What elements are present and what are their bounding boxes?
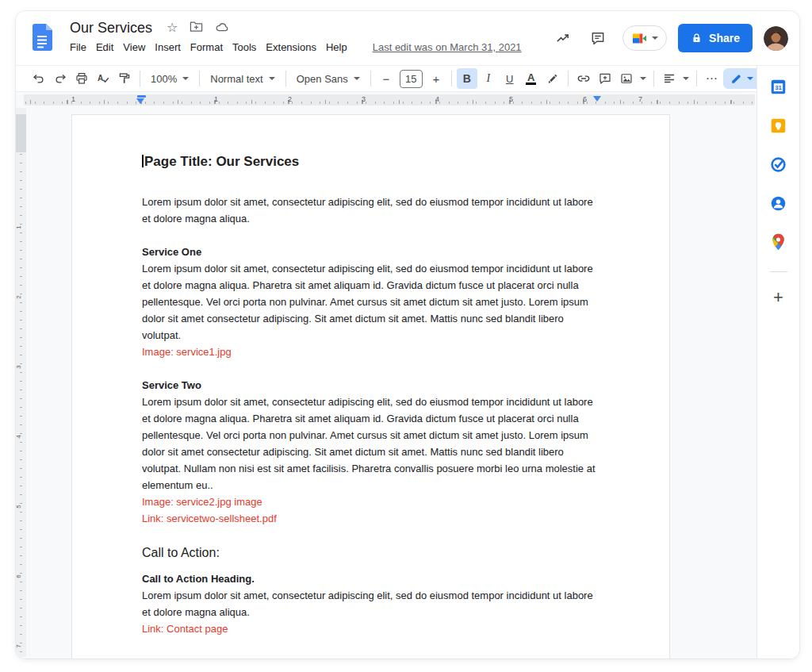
pencil-icon [730,73,742,85]
vertical-ruler: 1234567 [16,108,26,657]
document-page[interactable]: Page Title: Our ServicesLorem ipsum dolo… [71,114,670,659]
doc-paragraph-body: Lorem ipsum dolor sit amet, consectetur … [142,394,599,493]
comment-history-icon[interactable] [588,28,608,48]
redo-button[interactable] [50,68,71,89]
italic-button[interactable]: I [478,68,499,89]
print-button[interactable] [71,68,92,89]
undo-button[interactable] [29,68,49,89]
document-canvas: 11234567 1234567 Page Title: Our Service… [16,92,756,659]
main-column: A 100% Normal text Open Sans [16,66,756,659]
menu-item-file[interactable]: File [65,41,91,53]
h-ruler-number: 6 [583,95,587,103]
document-activity-icon[interactable] [553,28,573,48]
toolbar-separator [696,71,697,86]
doc-paragraph-h3: Service One [142,244,599,260]
mode-caret [747,77,753,80]
paint-format-button[interactable] [114,68,135,89]
google-docs-logo-icon[interactable] [32,24,52,54]
body-row: A 100% Normal text Open Sans [16,66,799,659]
highlight-color-button[interactable] [542,68,563,89]
text-color-glyph: A [527,73,534,82]
svg-text:A: A [98,74,104,83]
insert-image-button[interactable] [616,68,637,89]
get-addons-button[interactable]: + [768,286,790,309]
menu-item-help[interactable]: Help [321,41,352,53]
spelling-check-button[interactable]: A [93,68,113,89]
text-color-button[interactable]: A [521,68,542,89]
svg-text:31: 31 [775,84,782,91]
horizontal-ruler: 11234567 [24,94,755,106]
document-title[interactable]: Our Services [70,20,152,36]
share-button[interactable]: Share [678,24,753,52]
h-ruler-number: 1 [71,95,75,103]
document-status-cloud-icon[interactable] [215,21,230,36]
plus-icon: + [773,289,783,306]
increase-font-size-button[interactable]: + [426,68,446,89]
doc-paragraph-body: Lorem ipsum dolor sit amet, consectetur … [142,587,599,620]
title-icons: ☆ [167,21,230,36]
add-comment-button[interactable] [595,68,615,89]
tasks-icon[interactable] [768,153,790,175]
menu-item-edit[interactable]: Edit [91,41,118,53]
zoom-value: 100% [151,73,177,85]
v-ruler-number: 7 [16,644,22,647]
underline-glyph: U [506,73,513,85]
paragraph-style-dropdown[interactable]: Normal text [205,68,280,89]
doc-paragraph-red: Link: Contact page [142,620,599,637]
decrease-font-size-button[interactable]: − [376,68,396,89]
v-ruler-number: 4 [16,435,22,438]
menu-item-tools[interactable]: Tools [228,41,261,53]
h-ruler-number: 7 [638,95,642,103]
more-options-button[interactable]: ⋯ [702,68,722,89]
toolbar: A 100% Normal text Open Sans [16,66,756,92]
toolbar-separator [140,71,140,86]
left-indent-marker[interactable] [136,98,144,104]
more-dots-glyph: ⋯ [706,71,718,86]
h-ruler-number: 4 [435,95,439,103]
align-button[interactable] [659,68,680,89]
account-avatar[interactable] [764,26,788,51]
font-dropdown[interactable]: Open Sans [291,68,366,89]
calendar-icon[interactable]: 31 [768,75,790,98]
zoom-dropdown[interactable]: 100% [145,68,194,89]
doc-paragraph-h3: Service Two [142,377,599,394]
font-size-input[interactable]: 15 [400,70,423,88]
side-panel-divider [770,271,787,272]
meet-dropdown-caret [652,36,658,40]
top-margin-block [16,114,26,152]
keep-icon[interactable] [768,114,790,136]
maps-icon[interactable] [768,231,790,253]
doc-paragraph-subtitle: Call to Action: [142,543,599,563]
star-icon[interactable]: ☆ [167,21,178,34]
contacts-icon[interactable] [768,192,790,214]
menu-item-extensions[interactable]: Extensions [261,41,321,53]
menu-item-view[interactable]: View [118,41,150,53]
v-ruler-number: 1 [16,225,22,228]
toolbar-separator [285,71,286,86]
right-indent-marker[interactable] [593,96,601,102]
doc-blank-line [142,527,599,543]
v-ruler-number: 2 [16,295,22,298]
menu-item-format[interactable]: Format [186,41,228,53]
move-to-folder-icon[interactable] [190,21,203,36]
align-caret[interactable] [683,77,689,80]
italic-glyph: I [486,72,490,85]
doc-paragraph-red: Image: service2.jpg image [142,493,599,510]
menu-item-insert[interactable]: Insert [150,41,186,53]
header-actions: Share [553,11,788,65]
first-line-indent-marker[interactable] [137,95,146,98]
side-panel: 31 + [756,66,799,659]
share-button-label: Share [709,32,740,44]
last-edit-link[interactable]: Last edit was on March 31, 2021 [373,41,522,53]
toolbar-separator [568,71,569,86]
underline-button[interactable]: U [500,68,520,89]
editing-mode-button[interactable] [723,68,760,89]
insert-image-caret[interactable] [640,77,646,80]
text-cursor [142,155,144,167]
join-meet-button[interactable] [622,25,667,51]
v-ruler-number: 6 [16,574,22,578]
bold-button[interactable]: B [457,68,477,89]
insert-link-button[interactable] [573,68,594,89]
doc-paragraph-red: Link: servicetwo-sellsheet.pdf [142,510,599,527]
h-ruler-number: 1 [214,95,218,103]
